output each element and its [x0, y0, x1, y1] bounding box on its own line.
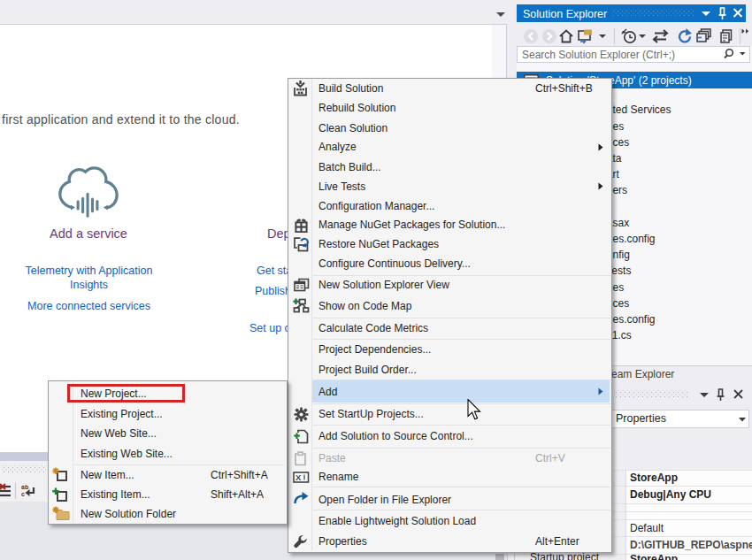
- svg-text:c: c: [21, 491, 25, 497]
- svg-text:ab: ab: [21, 484, 28, 490]
- svg-text:X: X: [295, 472, 302, 482]
